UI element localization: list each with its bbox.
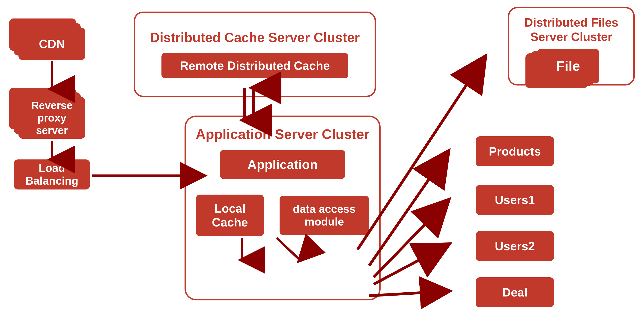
svg-line-14 <box>374 245 448 284</box>
distributed-files-cluster-box: Distributed Files Server Cluster File <box>508 7 635 85</box>
products-box: Products <box>476 136 554 166</box>
diagram: CDN Reverse proxy server Load Balancing … <box>0 0 644 336</box>
data-access-module-label: data access module <box>293 203 356 228</box>
remote-distributed-cache-label: Remote Distributed Cache <box>180 59 330 72</box>
local-cache-box: Local Cache <box>195 194 265 237</box>
distributed-files-cluster-title: Distributed Files Server Cluster <box>516 15 626 44</box>
users2-label: Users2 <box>495 239 535 253</box>
app-server-cluster-title: Application Server Cluster <box>196 126 370 142</box>
users2-box: Users2 <box>476 231 554 261</box>
cdn-label: CDN <box>18 28 85 60</box>
distributed-cache-cluster-title: Distributed Cache Server Cluster <box>150 30 360 45</box>
svg-line-12 <box>369 152 448 266</box>
svg-line-13 <box>374 201 448 277</box>
distributed-cache-cluster-box: Distributed Cache Server Cluster Remote … <box>134 12 376 97</box>
load-balancing-box: Load Balancing <box>14 159 90 190</box>
local-cache-label: Local Cache <box>212 202 248 229</box>
application-box: Application <box>219 149 346 180</box>
application-label: Application <box>248 157 318 172</box>
reverse-proxy-label: Reverse proxy server <box>18 97 85 139</box>
svg-line-15 <box>369 291 448 296</box>
products-label: Products <box>489 144 541 158</box>
file-box: File <box>537 49 599 83</box>
app-server-cluster-label: Application Server Cluster <box>196 126 370 142</box>
load-balancing-label: Load Balancing <box>14 162 90 187</box>
deal-label: Deal <box>502 285 528 299</box>
remote-distributed-cache-box: Remote Distributed Cache <box>160 52 349 79</box>
data-access-module-box: data access module <box>279 195 370 236</box>
app-server-cluster-box: Application Server Cluster Application L… <box>184 115 380 300</box>
file-label: File <box>556 58 580 74</box>
users1-label: Users1 <box>495 193 535 207</box>
deal-box: Deal <box>476 277 554 307</box>
users1-box: Users1 <box>476 185 554 215</box>
